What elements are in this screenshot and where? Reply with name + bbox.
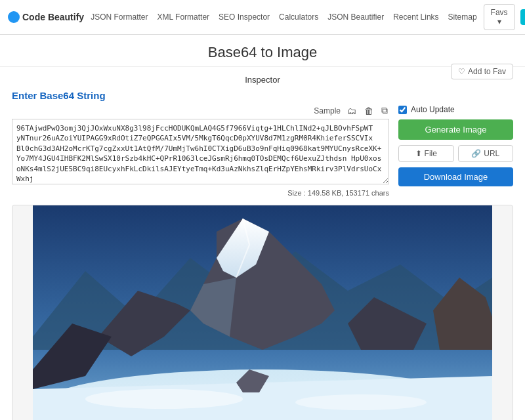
login-button[interactable]: Login xyxy=(520,9,525,25)
upload-icon: ⬆ xyxy=(415,149,422,158)
file-button[interactable]: ⬆ File xyxy=(398,145,454,162)
copy-icon: ⧉ xyxy=(381,105,388,116)
auto-update-row: Auto Update xyxy=(398,105,513,114)
navbar: Code Beautify JSON Formatter XML Formatt… xyxy=(0,0,525,35)
size-info: Size : 149.58 KB, 153171 chars xyxy=(12,189,389,197)
nav-json-beautifier[interactable]: JSON Beautifier xyxy=(327,12,384,22)
link-icon: 🔗 xyxy=(471,149,481,158)
navbar-links: JSON Formatter XML Formatter SEO Inspect… xyxy=(91,12,476,22)
nav-json-formatter[interactable]: JSON Formatter xyxy=(91,12,148,22)
nav-seo-inspector[interactable]: SEO Inspector xyxy=(219,12,270,22)
trash-icon: 🗑 xyxy=(364,106,373,116)
brand-logo-icon xyxy=(8,11,20,23)
url-button[interactable]: 🔗 URL xyxy=(458,145,514,162)
favs-button[interactable]: Favs ▾ xyxy=(484,4,515,30)
sample-label: Sample xyxy=(314,106,341,116)
content-row: Sample 🗂 🗑 ⧉ 96TAjwdPwQ3omj3QjJOxWxuNX8g… xyxy=(12,105,513,197)
download-side-button[interactable]: Download Image xyxy=(398,167,513,186)
nav-xml-formatter[interactable]: XML Formatter xyxy=(157,12,209,22)
left-panel: Sample 🗂 🗑 ⧉ 96TAjwdPwQ3omj3QjJOxWxuNX8g… xyxy=(12,105,389,197)
main-content: Inspector Enter Base64 String Sample 🗂 🗑… xyxy=(0,67,525,420)
base64-input[interactable]: 96TAjwdPwQ3omj3QjJOxWxuNX8g3l98jFccHODUK… xyxy=(12,119,389,184)
navbar-right: Favs ▾ Login xyxy=(484,4,525,30)
trash-icon-btn[interactable]: 🗑 xyxy=(363,106,375,116)
nav-calculators[interactable]: Calculators xyxy=(279,12,318,22)
svg-point-11 xyxy=(85,389,243,409)
page-title-bar: Base64 to Image xyxy=(0,35,525,67)
section-label: Enter Base64 String xyxy=(12,90,513,101)
textarea-header: Sample 🗂 🗑 ⧉ xyxy=(12,105,389,116)
brand: Code Beautify xyxy=(8,11,84,23)
image-preview xyxy=(12,205,513,420)
sample-row: Sample 🗂 🗑 ⧉ xyxy=(314,105,389,116)
inspector-tab: Inspector xyxy=(12,75,513,85)
folder-icon: 🗂 xyxy=(347,106,356,116)
file-url-row: ⬆ File 🔗 URL xyxy=(398,145,513,162)
auto-update-label: Auto Update xyxy=(411,105,455,114)
folder-icon-btn[interactable]: 🗂 xyxy=(346,106,358,116)
copy-icon-btn[interactable]: ⧉ xyxy=(380,105,389,116)
page-title: Base64 to Image xyxy=(0,44,525,61)
right-panel: Auto Update Generate Image ⬆ File 🔗 URL … xyxy=(398,105,513,186)
nav-sitemap[interactable]: Sitemap xyxy=(448,12,477,22)
svg-point-12 xyxy=(295,394,427,410)
generate-button[interactable]: Generate Image xyxy=(398,119,513,140)
nav-recent-links[interactable]: Recent Links xyxy=(393,12,438,22)
auto-update-checkbox[interactable] xyxy=(398,106,407,114)
brand-name: Code Beautify xyxy=(22,12,84,22)
mountain-image xyxy=(12,205,513,420)
